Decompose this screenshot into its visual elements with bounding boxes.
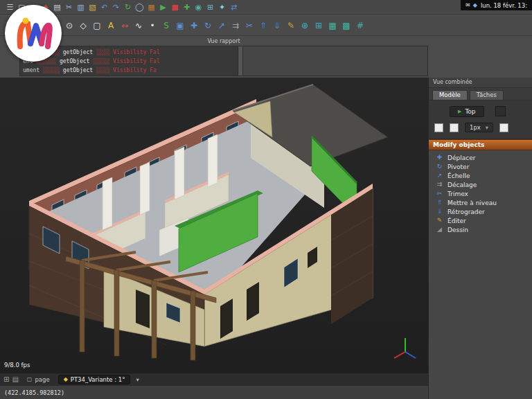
toolbar-icon[interactable]: ✎ [284,19,298,33]
command-label: Pivoter [447,163,469,170]
log-segment: getObject [60,58,93,64]
color-swatch-button[interactable] [499,123,508,132]
toolbar-icon[interactable]: ▣ [173,19,187,33]
tray-icon[interactable]: ✉ [466,2,470,8]
modify-command-item[interactable]: ⇓ Rétrograder [429,207,532,216]
modify-command-item[interactable]: ✂ Trimex [429,189,532,198]
modify-command-item[interactable]: ◢ Dessin [429,225,532,234]
modify-command-item[interactable]: ✎ Éditer [429,216,532,225]
toolbar-icon[interactable]: ↶ [98,2,110,13]
toolbar-icon[interactable]: ⊞ [204,2,216,13]
toolbar-icon[interactable]: ▶ [157,2,169,13]
log-segment: ░░░░ [96,67,113,73]
toolbar-icon[interactable]: ▩ [339,19,353,33]
toolbar-icon[interactable]: ◇ [76,19,90,33]
toolbar-icon[interactable]: ↗ [215,19,229,33]
toolbar-icon[interactable]: ✚ [187,19,201,33]
modify-command-item[interactable]: ↻ Pivoter [429,162,532,171]
log-segment: Visibility Fa [113,67,157,73]
toolbar-icon[interactable]: ↷ [110,2,122,13]
system-tray[interactable]: ✉◆ lun. 18 févr. 13: [461,0,532,10]
report-view-dock: Vue rapport ent ░░░░░░░ getObject ░░░░ V… [19,37,428,77]
strip-icon[interactable]: ⊞ [3,375,9,383]
toolbar-icon[interactable]: ⇉ [229,19,242,33]
toolbar-icon[interactable]: ↻ [122,2,134,13]
chevron-down-icon: ▾ [486,124,488,131]
modify-command-item[interactable]: ⇉ Décalage [429,180,532,189]
toolbar-icon[interactable]: ✂ [63,2,75,13]
play-icon: ▶ [458,109,461,114]
report-scrollbar[interactable] [238,46,243,76]
toolbar-icon[interactable]: • [145,19,159,33]
modify-command-item[interactable]: ✚ Déplacer [429,153,532,162]
strip-icon[interactable]: ▤ [12,375,18,383]
toolbar-icon[interactable]: ⊕ [298,19,312,33]
tray-icons: ✉◆ [466,2,477,8]
tray-icon[interactable]: ◆ [473,2,477,8]
command-label: Trimex [447,190,468,197]
command-icon: ◢ [436,226,443,233]
autogroup-checkbox[interactable] [450,123,459,132]
fps-counter: 9/8.0 fps [4,362,30,369]
toolbar-icon[interactable]: ▦ [145,2,157,13]
toolbar-icon[interactable]: ▦ [326,19,339,33]
command-icon: ↻ [436,163,443,170]
strip-icons: ⊞▤ [3,375,19,383]
top-toolbar-row-1: ☰ ▢ ▣ ◆ ▤ ✂ ▥ ▧ ↶ ↷ ↻ ◯ ▦ ▶ ■ ✚ [0,0,532,15]
command-icon: ✎ [436,217,443,224]
tab-pt34-label: PT34_Variante : 1° [71,376,125,383]
toolbar-icon[interactable]: A [104,19,118,33]
top-toolbar-row-2: ╱ N ◯ ◠ ⊙ ◇ ▢ A ↔ ∿ • S ▣ ✚ ↻ ↗ [0,15,532,36]
modify-command-item[interactable]: ⇑ Mettre à niveau [429,198,532,207]
modify-objects-list: ✚ Déplacer ↻ Pivoter ↗ Échelle ⇉ Décalag… [429,150,532,237]
log-segment: getObject [63,49,96,55]
toolbar-icon[interactable]: ▢ [90,19,104,33]
toolbar-icon[interactable]: ⊙ [62,19,76,33]
toolbar-icon[interactable]: ⇑ [256,19,270,33]
clock-label[interactable]: lun. 18 févr. 13: [481,2,527,9]
report-log-line: ument ░░░░░ getObject ░░░░ Visibility Fa [23,66,240,75]
tab-model[interactable]: Modèle [432,90,468,100]
toolbar-icon[interactable]: ▧ [87,2,98,13]
command-icon: ✚ [436,154,443,161]
toolbar-icon[interactable]: ✂ [242,19,256,33]
command-icon: ⇉ [436,181,443,188]
command-icon: ✂ [436,190,443,197]
working-plane-button[interactable]: ▶ Top [450,106,484,117]
3d-house-model[interactable] [0,78,428,373]
command-icon: ⇑ [436,199,443,206]
tab-page[interactable]: ▢ page [22,375,55,384]
command-label: Mettre à niveau [447,200,497,206]
tab-pt34-variante[interactable]: ◆ PT34_Variante : 1° [58,375,131,384]
3d-viewport[interactable]: 9/8.0 fps [0,78,428,373]
log-segment: ░░░░░ [43,67,63,73]
toolbar-icon[interactable]: ↻ [201,19,215,33]
toolbar-icon[interactable]: ⇄ [228,2,240,13]
toolbar-icon[interactable]: ↔ [118,19,132,33]
modify-command-item[interactable]: ↗ Échelle [429,171,532,180]
m-logo-icon [5,5,62,62]
toolbar-icon[interactable]: ▥ [75,2,87,13]
combined-view-title[interactable]: Vue combinée [429,78,532,88]
tab-tasks[interactable]: Tâches [470,90,504,100]
toolbar-icon[interactable]: S [159,19,173,33]
command-icon: ⇓ [436,208,443,215]
plane-option-button[interactable] [495,106,506,116]
report-view-title[interactable]: Vue rapport [19,37,428,46]
command-label: Échelle [447,172,470,179]
toolbar-icon[interactable]: ⇓ [270,19,284,33]
toolbar-icon[interactable]: ◯ [134,2,145,13]
variant-icon: ◆ [64,376,68,382]
tab-dropdown-icon[interactable]: ▾ [134,376,141,383]
report-view-body: ent ░░░░░░░ getObject ░░░░ Visibility Fa… [19,46,428,76]
toolbar-icon[interactable]: ⊞ [312,19,326,33]
toolbar-icon[interactable]: ■ [169,2,181,13]
construction-mode-checkbox[interactable] [434,123,443,132]
log-segment: Visibility Fal [113,58,159,64]
toolbar-icon[interactable]: ✚ [181,2,193,13]
toolbar-icon[interactable]: ◉ [193,2,204,13]
line-width-combo[interactable]: 1px ▾ [465,123,493,132]
toolbar-icon[interactable]: ✦ [216,2,228,13]
toolbar-icon[interactable]: # [353,19,367,33]
toolbar-icon[interactable]: ∿ [132,19,145,33]
